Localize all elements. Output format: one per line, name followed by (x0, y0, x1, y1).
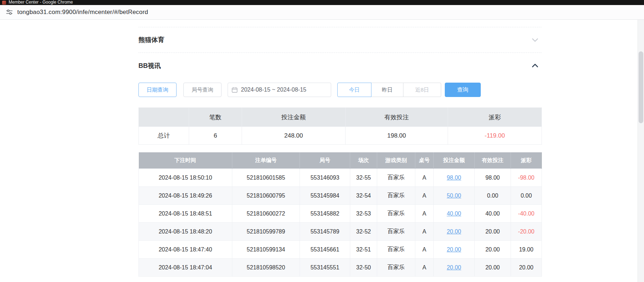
bet-amount-cell: 98.00 (434, 169, 475, 187)
summary-header-payout: 派彩 (448, 108, 542, 127)
bet-record-table: 下注时间 注单编号 局号 场次 游戏类别 桌号 投注金额 有效投注 派彩 202… (138, 152, 542, 277)
summary-header-bet-amount: 投注金额 (242, 108, 346, 127)
valid-bet-cell: 20.00 (475, 223, 511, 241)
summary-header-valid-bet: 有效投注 (346, 108, 448, 127)
summary-header-count: 笔数 (189, 108, 242, 127)
search-label: 查询 (457, 86, 469, 94)
table-row: 2024-08-15 18:47:40521810599134553145661… (139, 241, 542, 259)
col-header-valid-bet: 有效投注 (475, 152, 511, 169)
payout-cell: 19.00 (511, 241, 542, 259)
section-title: 熊猫体育 (138, 36, 164, 44)
bet-amount-cell: 20.00 (434, 241, 475, 259)
valid-bet-cell: 98.00 (475, 169, 511, 187)
bet-amount-cell: 40.00 (434, 205, 475, 223)
col-header-bet-amount: 投注金额 (434, 152, 475, 169)
today-label: 今日 (349, 87, 360, 93)
payout-cell: -20.00 (511, 223, 542, 241)
chevron-down-icon (531, 36, 539, 44)
section-title: BB视讯 (138, 61, 161, 70)
url-text[interactable]: tongbao31.com:9900/infe/mcenter/#/betRec… (17, 9, 148, 16)
window-titlebar[interactable]: Member Center - Google Chrome (0, 0, 644, 5)
round-id-cell: 553145882 (300, 205, 350, 223)
bet-id-cell: 521810599789 (232, 223, 300, 241)
filter-toolbar: 日期查询 局号查询 2024-08-15 ~ 2024-08-15 今日 (138, 83, 542, 97)
session-cell: 32-54 (350, 187, 377, 205)
session-cell: 32-50 (350, 259, 377, 277)
round-query-tab-button[interactable]: 局号查询 (183, 83, 221, 97)
section-panda-sports[interactable]: 熊猫体育 (138, 27, 542, 52)
bet-time-cell: 2024-08-15 18:48:20 (139, 223, 232, 241)
bet-id-cell: 521810600795 (232, 187, 300, 205)
summary-header-blank (139, 108, 189, 127)
today-button[interactable]: 今日 (337, 83, 371, 97)
bet-time-cell: 2024-08-15 18:50:10 (139, 169, 232, 187)
table-no-cell: A (415, 259, 434, 277)
bet-time-cell: 2024-08-15 18:48:51 (139, 205, 232, 223)
bet-amount-link[interactable]: 50.00 (447, 193, 461, 199)
bet-amount-link[interactable]: 20.00 (447, 264, 461, 271)
bet-time-cell: 2024-08-15 18:47:04 (139, 259, 232, 277)
valid-bet-cell: 20.00 (475, 241, 511, 259)
bet-amount-cell: 50.00 (434, 187, 475, 205)
summary-total-label: 总计 (139, 127, 189, 145)
bet-amount-cell: 20.00 (434, 223, 475, 241)
session-cell: 32-55 (350, 169, 377, 187)
game-type-cell: 百家乐 (377, 169, 415, 187)
summary-payout-value: -119.00 (448, 127, 542, 145)
game-type-cell: 百家乐 (377, 187, 415, 205)
session-cell: 32-53 (350, 205, 377, 223)
valid-bet-cell: 40.00 (475, 205, 511, 223)
bet-time-cell: 2024-08-15 18:47:40 (139, 241, 232, 259)
valid-bet-cell: 0.00 (475, 187, 511, 205)
bet-id-cell: 521810598520 (232, 259, 300, 277)
browser-window: Member Center - Google Chrome tongbao31.… (0, 0, 644, 282)
bet-amount-link[interactable]: 20.00 (447, 228, 461, 235)
bet-amount-link[interactable]: 20.00 (447, 246, 461, 253)
table-no-cell: A (415, 241, 434, 259)
yesterday-button[interactable]: 昨日 (371, 83, 403, 97)
game-type-cell: 百家乐 (377, 241, 415, 259)
col-header-bet-time: 下注时间 (139, 152, 232, 169)
summary-header-row: 笔数 投注金额 有效投注 派彩 (139, 108, 542, 127)
table-row: 2024-08-15 18:48:20521810599789553145789… (139, 223, 542, 241)
last-8-days-button[interactable]: 近8日 (403, 83, 441, 97)
table-header-row: 下注时间 注单编号 局号 场次 游戏类别 桌号 投注金额 有效投注 派彩 (139, 152, 542, 169)
scrollbar-thumb[interactable] (639, 51, 643, 123)
last-8-days-label: 近8日 (415, 87, 429, 93)
round-id-cell: 553145551 (300, 259, 350, 277)
bet-id-cell: 521810601585 (232, 169, 300, 187)
bet-time-cell: 2024-08-15 18:49:26 (139, 187, 232, 205)
summary-count-value: 6 (189, 127, 242, 145)
date-query-tab-button[interactable]: 日期查询 (138, 83, 177, 97)
summary-total-row: 总计 6 248.00 198.00 -119.00 (139, 127, 542, 145)
table-no-cell: A (415, 187, 434, 205)
address-bar[interactable]: tongbao31.com:9900/infe/mcenter/#/betRec… (0, 5, 644, 20)
round-id-cell: 553146093 (300, 169, 350, 187)
section-bb-video[interactable]: BB视讯 (138, 53, 542, 79)
search-button[interactable]: 查询 (445, 83, 481, 97)
bet-amount-link[interactable]: 40.00 (447, 211, 461, 217)
date-range-input[interactable]: 2024-08-15 ~ 2024-08-15 (228, 83, 331, 97)
payout-cell: -98.00 (511, 169, 542, 187)
bet-record-page: 熊猫体育 BB视讯 日期查询 局号查询 (138, 20, 542, 282)
game-type-cell: 百家乐 (377, 205, 415, 223)
table-no-cell: A (415, 205, 434, 223)
bet-amount-link[interactable]: 98.00 (447, 175, 461, 181)
window-icon (2, 1, 6, 5)
summary-table: 笔数 投注金额 有效投注 派彩 总计 6 248.00 198.00 -119.… (138, 107, 542, 145)
payout-cell: 0.00 (511, 187, 542, 205)
summary-valid-bet-value: 198.00 (346, 127, 448, 145)
round-id-cell: 553145984 (300, 187, 350, 205)
session-cell: 32-52 (350, 223, 377, 241)
bet-id-cell: 521810600272 (232, 205, 300, 223)
round-id-cell: 553145661 (300, 241, 350, 259)
bet-amount-cell: 20.00 (434, 259, 475, 277)
site-settings-icon[interactable] (6, 9, 13, 16)
payout-cell: -40.00 (511, 205, 542, 223)
col-header-game-type: 游戏类别 (377, 152, 415, 169)
vertical-scrollbar[interactable] (638, 20, 644, 282)
calendar-icon (232, 87, 238, 93)
round-id-cell: 553145789 (300, 223, 350, 241)
game-type-cell: 百家乐 (377, 259, 415, 277)
col-header-session: 场次 (350, 152, 377, 169)
